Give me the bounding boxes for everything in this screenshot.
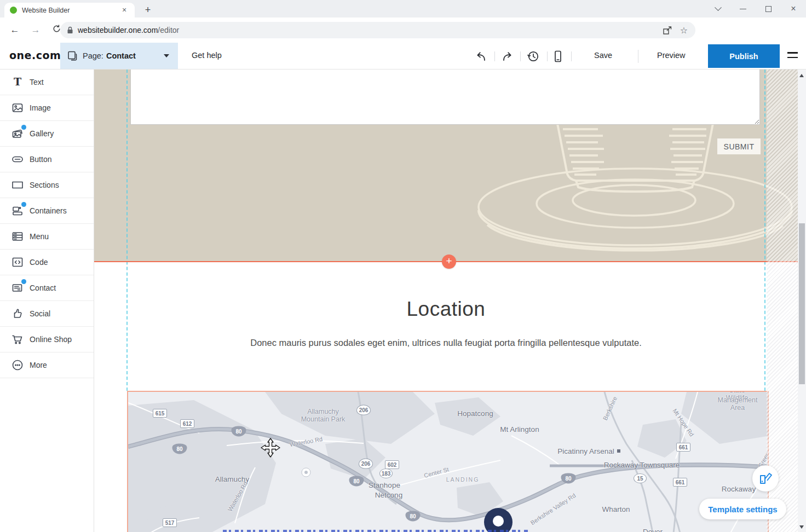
off-canvas-texture [767, 70, 798, 532]
map-pin[interactable] [483, 507, 513, 532]
publish-button[interactable]: Publish [708, 44, 780, 68]
new-tab-button[interactable]: + [141, 4, 154, 17]
code-icon [11, 256, 24, 269]
bookmark-star-icon[interactable]: ☆ [680, 25, 688, 36]
text-icon: T [11, 76, 24, 89]
template-design-icon [758, 471, 773, 485]
back-icon[interactable]: ← [9, 25, 21, 36]
sidebar-item-button[interactable]: Button [0, 147, 94, 172]
editor-toolbar: one.com Page: Contact Get help Save Prev… [0, 43, 806, 70]
browser-titlebar: Website Builder × + × [0, 0, 806, 18]
sidebar-item-image[interactable]: Image [0, 95, 94, 121]
sidebar-item-code[interactable]: Code [0, 250, 94, 275]
sidebar-item-more[interactable]: More [0, 352, 94, 378]
one-com-logo[interactable]: one.com [9, 49, 61, 61]
sidebar-item-gallery[interactable]: Gallery [0, 121, 94, 147]
browser-window: Website Builder × + × ← → websitebuilder… [0, 0, 806, 532]
menu-icon[interactable] [787, 52, 798, 61]
mobile-preview-icon[interactable] [551, 49, 565, 63]
shopping-cart-icon [11, 333, 24, 346]
chevron-down-icon [164, 54, 169, 57]
contact-form-icon [11, 281, 24, 294]
lock-icon [67, 26, 73, 34]
add-section-button[interactable]: + [442, 255, 456, 269]
clipped-text-fragments [223, 530, 529, 532]
scroll-down-icon[interactable] [799, 525, 804, 529]
button-icon [11, 153, 24, 166]
sidebar-item-online-shop[interactable]: Online Shop [0, 327, 94, 352]
submit-button[interactable]: SUBMIT [717, 138, 761, 154]
contact-section[interactable]: SUBMIT [94, 70, 798, 262]
window-chevron-icon[interactable] [705, 0, 730, 18]
browser-addressbar: ← → websitebuilder.one.com/editor ☆ [0, 18, 806, 43]
redo-icon[interactable] [500, 49, 514, 63]
containers-icon [11, 204, 24, 217]
window-close-icon[interactable]: × [781, 0, 806, 18]
pages-icon [67, 50, 78, 61]
undo-icon[interactable] [474, 49, 488, 63]
element-sidebar: T Text Image Gallery Button Sections Con… [0, 70, 94, 532]
favicon [10, 7, 17, 14]
new-badge [21, 279, 26, 284]
scrollbar-thumb[interactable] [799, 223, 805, 384]
template-settings-button[interactable]: Template settings [699, 499, 786, 519]
page-selector[interactable]: Page: Contact [60, 43, 178, 69]
svg-text:T: T [14, 76, 21, 88]
menu-list-icon [11, 230, 24, 243]
location-map[interactable]: Allamuchy Mountain ParkHopatcongMt Arlin… [127, 391, 769, 532]
forward-icon[interactable]: → [30, 25, 42, 36]
sidebar-item-containers[interactable]: Containers [0, 198, 94, 224]
url-text: websitebuilder.one.com/editor [78, 26, 179, 34]
sections-icon [11, 178, 24, 192]
more-dots-icon [11, 358, 24, 372]
share-icon[interactable] [663, 26, 672, 35]
save-button[interactable]: Save [594, 51, 612, 60]
map-base-art [128, 392, 769, 532]
tab-close-icon[interactable]: × [119, 5, 129, 15]
window-minimize-icon[interactable] [730, 0, 756, 18]
sidebar-item-text[interactable]: T Text [0, 70, 94, 95]
toolbar-separator [547, 51, 548, 61]
get-help-link[interactable]: Get help [192, 51, 222, 60]
toolbar-separator [638, 50, 638, 63]
page-value: Contact [106, 51, 136, 60]
history-icon[interactable] [526, 49, 540, 63]
location-heading[interactable]: Location [127, 298, 765, 321]
thumbs-up-icon [11, 307, 24, 320]
sidebar-item-sections[interactable]: Sections [0, 172, 94, 198]
page-scrollbar[interactable] [798, 70, 806, 532]
tab-title: Website Builder [22, 7, 119, 14]
toolbar-separator [520, 51, 521, 61]
message-textarea[interactable] [130, 70, 760, 125]
sidebar-item-social[interactable]: Social [0, 301, 94, 327]
sidebar-item-menu[interactable]: Menu [0, 224, 94, 250]
template-design-button[interactable] [752, 465, 779, 491]
image-icon [11, 101, 24, 114]
scroll-up-icon[interactable] [799, 74, 804, 77]
toolbar-separator [494, 51, 495, 61]
new-badge [21, 202, 26, 207]
browser-tab[interactable]: Website Builder × [4, 3, 135, 18]
location-paragraph[interactable]: Donec mauris purus sodales eget enim, ul… [127, 338, 765, 348]
new-badge [21, 125, 26, 130]
toolbar-separator [571, 51, 572, 61]
window-maximize-icon[interactable] [756, 0, 781, 18]
sidebar-item-contact[interactable]: Contact [0, 275, 94, 301]
editor-canvas: SUBMIT + Location Donec mauris purus sod… [94, 70, 798, 532]
move-cursor-icon [260, 437, 281, 458]
page-label: Page: [83, 51, 103, 60]
preview-button[interactable]: Preview [657, 51, 686, 60]
gallery-icon [11, 127, 24, 140]
url-field[interactable]: websitebuilder.one.com/editor ☆ [60, 22, 695, 38]
